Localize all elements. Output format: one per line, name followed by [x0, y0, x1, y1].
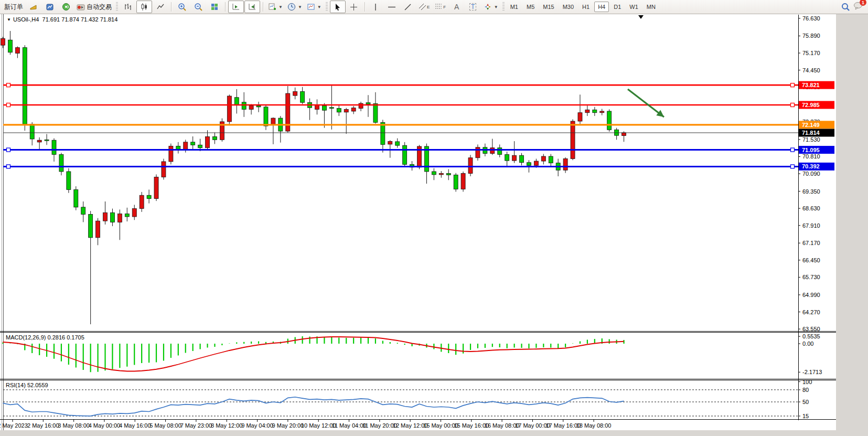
line-chart-button[interactable]: [153, 1, 168, 13]
svg-text:100: 100: [802, 379, 812, 385]
svg-text:17 May 00:00: 17 May 00:00: [515, 422, 550, 429]
candle: [15, 48, 19, 54]
candle: [337, 109, 341, 112]
window-right-edge: [836, 14, 868, 436]
svg-text:67.170: 67.170: [802, 240, 820, 246]
candlestick-chart-icon: [140, 3, 148, 11]
new-order-button[interactable]: 新订单: [2, 1, 25, 13]
candle: [578, 113, 582, 121]
timeframe-H1[interactable]: H1: [578, 2, 593, 12]
fibonacci-tool-button[interactable]: F: [433, 1, 448, 13]
candle: [461, 174, 465, 189]
timeframe-W1[interactable]: W1: [626, 2, 642, 12]
candle: [395, 142, 400, 145]
timeframe-M15[interactable]: M15: [539, 2, 558, 12]
svg-text:15 May 00:00: 15 May 00:00: [423, 422, 458, 429]
trendline-tool-button[interactable]: [400, 1, 416, 13]
line-handle[interactable]: [7, 148, 10, 152]
notifications-button[interactable]: 1: [853, 2, 863, 12]
svg-text:4 May 00:00: 4 May 00:00: [89, 422, 121, 429]
tile-windows-button[interactable]: [207, 1, 222, 13]
line-handle[interactable]: [791, 103, 795, 107]
svg-text:67.910: 67.910: [802, 222, 820, 229]
cursor-arrow-icon: [334, 3, 341, 11]
text-tool-button[interactable]: A: [449, 1, 465, 13]
timeframe-M30[interactable]: M30: [559, 2, 577, 12]
timeframe-group: M1M5M15M30H1H4D1W1MN: [507, 2, 659, 12]
candle: [206, 136, 210, 147]
candle: [96, 221, 100, 238]
signals-broadcast-icon: [62, 3, 70, 11]
svg-text:72.149: 72.149: [802, 122, 820, 128]
svg-text:71.095: 71.095: [802, 147, 820, 153]
chart-area[interactable]: 76.63075.89075.17074.45073.73073.01072.2…: [0, 0, 868, 436]
line-handle[interactable]: [791, 148, 795, 152]
timeframe-M1[interactable]: M1: [507, 2, 522, 12]
line-handle[interactable]: [7, 83, 10, 87]
candle: [600, 111, 604, 113]
candle: [498, 148, 502, 155]
symbol-dropdown-icon[interactable]: ▼: [7, 17, 11, 22]
search-icon[interactable]: [841, 3, 850, 12]
ticker-button[interactable]: [26, 1, 41, 13]
svg-text:72.985: 72.985: [802, 102, 820, 108]
line-handle[interactable]: [791, 165, 795, 168]
auto-scroll-button[interactable]: [228, 1, 244, 13]
svg-text:70.810: 70.810: [802, 153, 820, 159]
candle: [359, 103, 363, 109]
candle: [234, 98, 239, 105]
svg-text:11 May 04:00: 11 May 04:00: [332, 422, 367, 429]
chevron-down-icon: ▼: [278, 5, 283, 9]
cursor-tool-button[interactable]: [330, 1, 346, 13]
expert-advisor-button[interactable]: [42, 1, 58, 13]
candle: [527, 163, 531, 165]
horizontal-line-tool-button[interactable]: [384, 1, 400, 13]
candle: [322, 106, 326, 111]
candle: [344, 109, 348, 112]
line-handle[interactable]: [7, 165, 10, 168]
channel-tool-button[interactable]: E: [416, 1, 432, 13]
current-price-label: 71.814: [799, 129, 834, 137]
timeframe-M5[interactable]: M5: [523, 2, 538, 12]
signals-button[interactable]: [58, 1, 74, 13]
svg-text:70.392: 70.392: [802, 163, 820, 169]
timeframe-MN[interactable]: MN: [643, 2, 659, 12]
line-handle[interactable]: [7, 103, 10, 107]
periods-button[interactable]: ▼: [285, 1, 304, 13]
zoom-in-button[interactable]: [174, 1, 190, 13]
templates-button[interactable]: ▼: [305, 1, 324, 13]
svg-text:73.821: 73.821: [802, 82, 820, 88]
trendline-icon: [404, 3, 412, 11]
chart-shift-button[interactable]: [244, 1, 260, 13]
new-chart-button[interactable]: ▼: [266, 1, 285, 13]
candle: [37, 140, 41, 142]
auto-trading-button[interactable]: 自动交易: [74, 1, 114, 13]
chevron-down-icon: ▼: [298, 5, 302, 9]
vertical-line-icon: [372, 3, 379, 11]
candle: [315, 105, 319, 109]
svg-text:8 May 12:00: 8 May 12:00: [211, 422, 243, 429]
candle: [607, 111, 612, 130]
candle: [351, 108, 356, 111]
line-handle[interactable]: [791, 83, 795, 87]
timeframe-H4[interactable]: H4: [594, 2, 609, 12]
zoom-out-button[interactable]: [190, 1, 206, 13]
candle: [388, 141, 392, 144]
text-label-tool-button[interactable]: T: [465, 1, 481, 13]
timeframe-D1[interactable]: D1: [610, 2, 625, 12]
candle: [454, 175, 458, 189]
clock-icon: [287, 3, 296, 11]
arrows-tool-button[interactable]: ▼: [481, 1, 500, 13]
bar-chart-button[interactable]: [120, 1, 136, 13]
candlestick-chart-button[interactable]: [136, 1, 152, 13]
arrow-shapes-icon: [484, 3, 492, 11]
crosshair-tool-button[interactable]: [346, 1, 362, 13]
chart-shift-icon: [248, 3, 256, 11]
auto-scroll-icon: [232, 3, 240, 11]
candle: [293, 91, 297, 95]
candle: [191, 142, 195, 145]
candle: [490, 148, 495, 154]
candle: [30, 124, 34, 139]
text-label-icon: T: [469, 3, 476, 10]
vertical-line-tool-button[interactable]: [368, 1, 383, 13]
